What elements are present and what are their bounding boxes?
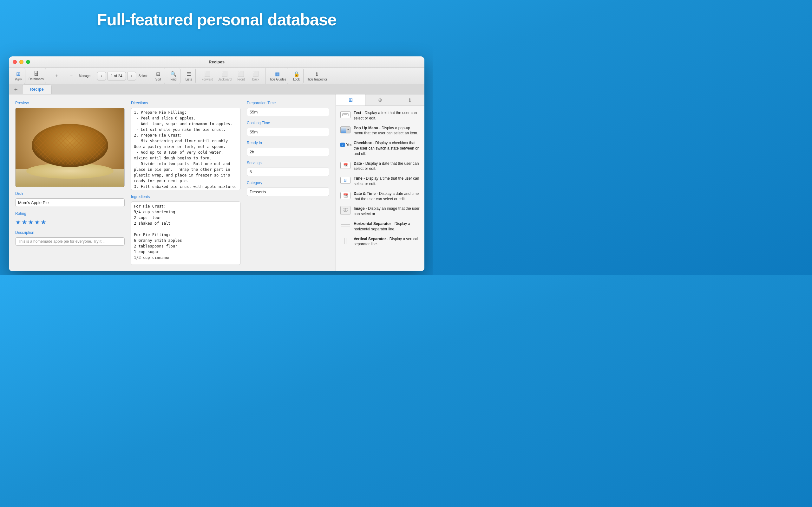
servings-section: Servings 6 4 8 12: [247, 161, 329, 176]
ingredients-textarea[interactable]: For Pie Crust: 3/4 cup shortening 2 cups…: [131, 202, 241, 265]
rating-label: Rating: [15, 211, 125, 216]
databases-button[interactable]: 🗄 Databases: [27, 68, 46, 84]
popup-field-description: Pop-Up Menu - Display a pop-up menu that…: [354, 125, 420, 136]
inspector-item-text[interactable]: Text - Display a text that the user can …: [339, 109, 422, 122]
datetime-field-description: Date & Time - Display a date and time th…: [354, 191, 420, 202]
lists-button[interactable]: ☰ Lists: [182, 68, 196, 84]
traffic-light-minimize[interactable]: [19, 60, 23, 64]
hsep-field-description: Horizontal Separator - Display a horizon…: [354, 221, 420, 232]
ready-in-input[interactable]: [247, 148, 329, 156]
nav-group: ‹ 1 of 24 › Select: [95, 68, 150, 84]
sort-icon: ⊟: [156, 71, 160, 77]
preview-image[interactable]: [15, 108, 125, 187]
directions-label: Directions: [131, 101, 241, 105]
add-icon: ＋: [54, 72, 59, 79]
inspector-panel: ⊞ ⊕ ℹ Text - Display a text that the use…: [336, 95, 424, 271]
rating-stars[interactable]: ★★★★★: [15, 218, 125, 226]
front-label: Front: [237, 78, 245, 81]
main-area: Preview Dish: [9, 95, 424, 271]
description-input[interactable]: [15, 237, 125, 245]
nav-next-button[interactable]: ›: [127, 72, 136, 80]
view-button[interactable]: ⊞ View: [11, 68, 26, 84]
find-button[interactable]: 🔍 Find: [166, 68, 181, 84]
minus-icon: －: [69, 72, 74, 79]
date-field-description: Date - Display a date that the user can …: [354, 161, 420, 172]
nav-prev-button[interactable]: ‹: [97, 72, 106, 80]
back-label: Back: [252, 78, 259, 81]
add-record-button[interactable]: ＋: [50, 71, 64, 80]
lists-icon: ☰: [187, 71, 191, 77]
databases-label: Databases: [29, 77, 44, 81]
hide-inspector-label: Hide Inspector: [307, 78, 327, 81]
hide-inspector-icon: ℹ: [316, 71, 318, 77]
prep-time-input[interactable]: [247, 108, 329, 116]
inspector-tab-fields[interactable]: ⊞: [336, 95, 365, 106]
hide-guides-icon: ▦: [275, 71, 280, 77]
traffic-light-fullscreen[interactable]: [26, 60, 30, 64]
image-field-description: Image - Display an image that the user c…: [354, 206, 420, 217]
inspector-item-checkbox[interactable]: ✓ Yes Checkbox - Display a checkbox that…: [339, 139, 422, 158]
titlebar: Recipes: [9, 56, 424, 68]
servings-select[interactable]: 6 4 8 12: [247, 168, 329, 176]
hero-title: Full-featured personal database: [0, 0, 433, 36]
inspector-item-popup[interactable]: ▼ Pop-Up Menu - Display a pop-up menu th…: [339, 124, 422, 137]
manage-group: ＋ － Manage: [47, 68, 93, 84]
servings-label: Servings: [247, 161, 329, 165]
lock-button[interactable]: 🔒 Lock: [290, 68, 304, 84]
description-label: Description: [15, 230, 125, 235]
directions-section: Directions 1. Prepare Pie Filling: - Pee…: [131, 101, 241, 190]
tab-recipe[interactable]: Recipe: [22, 84, 52, 94]
view-label: View: [15, 78, 22, 81]
hide-guides-label: Hide Guides: [269, 78, 286, 81]
vsep-field-description: Vertical Separator - Display a vertical …: [354, 236, 420, 247]
prep-time-section: Preparation Time: [247, 101, 329, 116]
forward-button[interactable]: ⬜ Forward: [200, 70, 215, 82]
remove-record-button[interactable]: －: [64, 71, 78, 80]
backward-label: Backward: [217, 78, 232, 81]
sort-button[interactable]: ⊟ Sort: [151, 68, 165, 84]
find-icon: 🔍: [170, 71, 177, 77]
hide-guides-button[interactable]: ▦ Hide Guides: [267, 68, 288, 84]
front-button[interactable]: ⬜ Front: [234, 70, 248, 82]
cooking-time-input[interactable]: [247, 128, 329, 136]
select-label: Select: [139, 74, 148, 78]
preview-label: Preview: [15, 101, 125, 105]
forward-label: Forward: [201, 78, 213, 81]
hide-inspector-button[interactable]: ℹ Hide Inspector: [305, 68, 329, 84]
category-select[interactable]: Desserts Appetizers Main Course Salads: [247, 187, 329, 196]
backward-button[interactable]: ⬜ Backward: [216, 70, 234, 82]
arrange-group: ⬜ Forward ⬜ Backward ⬜ Front ⬜ Back: [197, 68, 265, 84]
dish-section: Dish: [15, 191, 125, 207]
prep-time-label: Preparation Time: [247, 101, 329, 105]
hsep-field-icon: [340, 221, 351, 230]
window-title: Recipes: [209, 60, 224, 64]
inspector-item-datetime[interactable]: 📆 Date & Time - Display a date and time …: [339, 190, 422, 203]
image-field-icon: 🖼: [340, 206, 351, 215]
ingredients-section: Ingredients For Pie Crust: 3/4 cup short…: [131, 194, 241, 265]
time-field-icon: 🗓: [340, 176, 351, 185]
inspector-tab-layout[interactable]: ⊕: [365, 95, 395, 106]
ingredients-label: Ingredients: [131, 194, 241, 199]
popup-field-icon: ▼: [340, 125, 351, 134]
lock-icon: 🔒: [293, 71, 300, 77]
category-section: Category Desserts Appetizers Main Course…: [247, 181, 329, 196]
traffic-light-close[interactable]: [13, 60, 17, 64]
inspector-item-date[interactable]: 📅 Date - Display a date that the user ca…: [339, 160, 422, 173]
directions-textarea[interactable]: 1. Prepare Pie Filling: - Peel and slice…: [131, 108, 241, 190]
inspector-item-time[interactable]: 🗓 Time - Display a time that the user ca…: [339, 175, 422, 188]
dish-input[interactable]: [15, 199, 125, 207]
date-field-icon: 📅: [340, 161, 351, 170]
cooking-time-section: Cooking Time: [247, 121, 329, 136]
inspector-item-image[interactable]: 🖼 Image - Display an image that the user…: [339, 205, 422, 218]
dish-label: Dish: [15, 191, 125, 196]
ready-in-section: Ready In: [247, 141, 329, 156]
inspector-item-vsep[interactable]: Vertical Separator - Display a vertical …: [339, 235, 422, 248]
front-icon: ⬜: [238, 71, 244, 77]
back-button[interactable]: ⬜ Back: [249, 70, 263, 82]
add-tab-button[interactable]: ＋: [11, 84, 20, 94]
inspector-item-hsep[interactable]: Horizontal Separator - Display a horizon…: [339, 220, 422, 233]
back-icon: ⬜: [252, 71, 259, 77]
text-field-description: Text - Display a text that the user can …: [354, 110, 420, 121]
inspector-tab-settings[interactable]: ℹ: [395, 95, 424, 106]
backward-icon: ⬜: [221, 71, 228, 77]
